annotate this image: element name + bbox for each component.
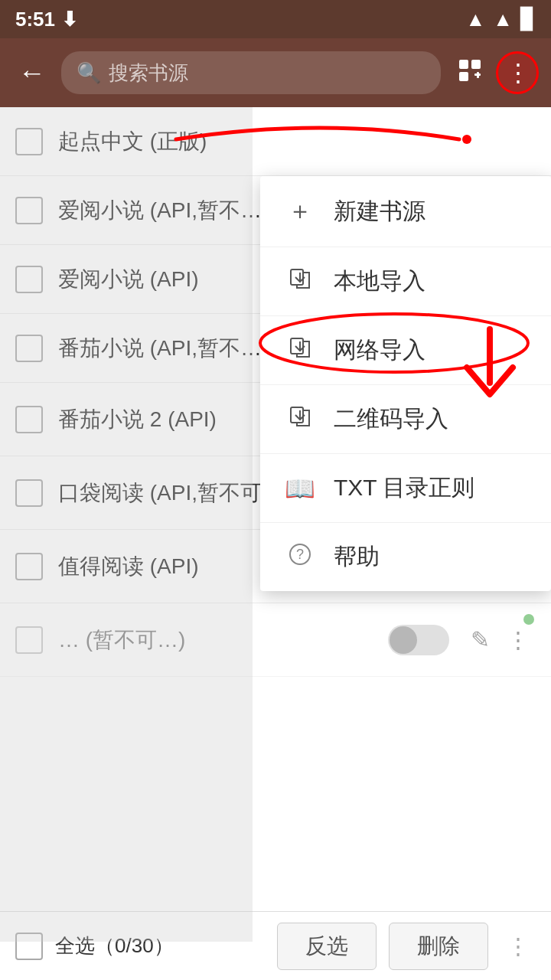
search-box[interactable]: 🔍 搜索书源 bbox=[61, 51, 441, 94]
invert-button[interactable]: 反选 bbox=[277, 923, 377, 970]
network-import-icon bbox=[285, 335, 315, 366]
wifi-icon: ▲ bbox=[466, 8, 486, 31]
svg-rect-4 bbox=[477, 72, 479, 78]
dropdown-item-local-import[interactable]: 本地导入 bbox=[260, 247, 551, 316]
svg-rect-5 bbox=[291, 270, 303, 285]
search-icon: 🔍 bbox=[77, 61, 101, 85]
dropdown-dim-overlay bbox=[0, 107, 253, 942]
edit-button[interactable]: ✎ bbox=[465, 620, 496, 659]
toolbar: ← 🔍 搜索书源 ⋮ bbox=[0, 38, 551, 107]
status-dot bbox=[523, 614, 534, 625]
svg-rect-8 bbox=[291, 338, 303, 354]
local-import-icon bbox=[285, 266, 315, 297]
qr-import-icon bbox=[285, 404, 315, 435]
txt-regex-icon: 📖 bbox=[285, 474, 315, 503]
back-button[interactable]: ← bbox=[12, 51, 52, 95]
import-icon-button[interactable] bbox=[450, 51, 490, 96]
bottom-more-button[interactable]: ⋮ bbox=[500, 926, 536, 965]
dropdown-item-help[interactable]: ? 帮助 bbox=[260, 523, 551, 591]
svg-rect-0 bbox=[459, 60, 468, 69]
dropdown-menu: ＋ 新建书源 本地导入 bbox=[260, 176, 551, 591]
toggle-knob bbox=[390, 626, 417, 654]
svg-text:?: ? bbox=[296, 547, 304, 562]
toolbar-actions: ⋮ bbox=[450, 51, 539, 96]
svg-rect-10 bbox=[291, 407, 303, 423]
main-content: 起点中文 (正版) 爱阅小说 (API,暂不… 爱阅小说 (API) 番茄小说 … bbox=[0, 107, 551, 942]
dropdown-label-network-import: 网络导入 bbox=[334, 335, 425, 366]
dropdown-label-new: 新建书源 bbox=[334, 196, 425, 227]
battery-icon: ▊ bbox=[520, 8, 536, 31]
plus-icon: ＋ bbox=[285, 194, 315, 228]
dropdown-label-local-import: 本地导入 bbox=[334, 266, 425, 297]
help-icon: ? bbox=[285, 542, 315, 573]
more-menu-button[interactable]: ⋮ bbox=[496, 51, 539, 94]
delete-button[interactable]: 删除 bbox=[389, 923, 488, 970]
status-bar: 5:51 ⬇ ▲ ▲ ▊ bbox=[0, 0, 551, 38]
dropdown-label-help: 帮助 bbox=[334, 541, 380, 573]
dropdown-label-txt-regex: TXT 目录正则 bbox=[334, 472, 474, 504]
download-icon: ⬇ bbox=[61, 8, 78, 31]
signal-icon: ▲ bbox=[493, 8, 513, 31]
status-bar-left: 5:51 ⬇ bbox=[15, 8, 78, 31]
dropdown-item-txt-regex[interactable]: 📖 TXT 目录正则 bbox=[260, 454, 551, 523]
svg-rect-1 bbox=[471, 60, 481, 69]
status-bar-right: ▲ ▲ ▊ bbox=[466, 8, 536, 31]
status-time: 5:51 bbox=[15, 8, 55, 31]
dropdown-item-network-import[interactable]: 网络导入 bbox=[260, 316, 551, 385]
item-more-button[interactable]: ⋮ bbox=[500, 620, 536, 659]
search-placeholder: 搜索书源 bbox=[109, 60, 188, 87]
more-icon: ⋮ bbox=[506, 58, 529, 87]
dropdown-item-new[interactable]: ＋ 新建书源 bbox=[260, 176, 551, 247]
dropdown-label-qr-import: 二维码导入 bbox=[334, 403, 448, 435]
toggle-switch[interactable] bbox=[388, 625, 449, 655]
dropdown-item-qr-import[interactable]: 二维码导入 bbox=[260, 385, 551, 454]
svg-rect-2 bbox=[459, 72, 468, 81]
